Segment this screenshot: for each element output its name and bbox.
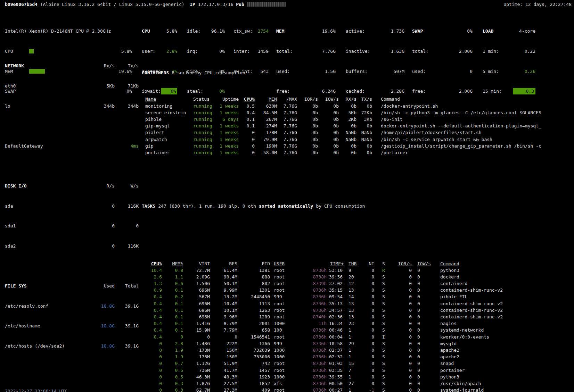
containers-header-cpu: CPU% bbox=[239, 96, 255, 102]
cell-s: R bbox=[374, 267, 395, 274]
cell-command: python3 bbox=[433, 267, 574, 274]
cell-mem: 2.8 bbox=[162, 340, 183, 347]
cell-command: containerd-shim-runc-v2 bbox=[433, 300, 574, 307]
cell-res: 40.3M bbox=[210, 374, 237, 380]
cell-pid: 1289 bbox=[237, 314, 270, 320]
cell-thr: 9 bbox=[346, 267, 363, 274]
cell-cpu: 0 bbox=[142, 353, 162, 360]
filesys-row: /etc/hostname 18.8G 39.1G bbox=[5, 323, 139, 329]
cell-s: S bbox=[374, 340, 395, 347]
cell-name: arpwatch bbox=[142, 136, 193, 143]
mem-title: MEM bbox=[276, 28, 284, 34]
cell-pid: 658 bbox=[237, 327, 270, 333]
containers-header-status: Status bbox=[193, 96, 215, 102]
cell-mem: 0.8 bbox=[162, 267, 183, 274]
cell-user: root bbox=[270, 360, 306, 367]
ip-label: IP bbox=[190, 2, 195, 7]
cell-ior: 0 bbox=[395, 293, 412, 300]
cpu-ctxsw-value: 2754 bbox=[258, 28, 269, 34]
cell-s: S bbox=[374, 327, 395, 333]
cell-cpu: 0 bbox=[142, 360, 162, 367]
cell-cpu: 0.4 bbox=[142, 327, 162, 333]
cell-s: S bbox=[374, 320, 395, 327]
header-bar: b89e0867b5d4 (Alpine Linux 3.16.2 64bit … bbox=[5, 1, 572, 8]
cell-virt: 1.41G bbox=[183, 320, 210, 327]
sidebar: NETWORK Rx/s Tx/s eth0 5Kb 71Kb lo 344b … bbox=[5, 49, 139, 356]
cell-time_m: 00:46 bbox=[327, 327, 346, 333]
cell-user: root bbox=[270, 387, 306, 392]
cell-command: /s6-init bbox=[372, 116, 574, 123]
cell-rx: 0b bbox=[339, 143, 356, 149]
cell-command: apache2 bbox=[433, 353, 574, 360]
cell-iow: 0 bbox=[412, 314, 433, 320]
mem-active-label: active: bbox=[346, 28, 365, 34]
process-table: CPU% MEM% VIRT RES PID USER TIME+ THR NI… bbox=[142, 260, 574, 392]
cell-ni: -1 bbox=[363, 387, 374, 392]
cell-s: S bbox=[374, 300, 395, 307]
cell-virt: 0 bbox=[183, 334, 210, 340]
cell-user: root bbox=[270, 280, 306, 287]
cell-time_h: 8740h bbox=[306, 314, 327, 320]
cell-ni: 0 bbox=[363, 334, 374, 340]
hostname: b89e0867b5d4 bbox=[5, 2, 38, 7]
cell-ior: 0b bbox=[297, 116, 318, 123]
cell-name: monitoring bbox=[142, 103, 193, 109]
cell-command: /bin/sh -c python3 -m glances -C /etc/gl… bbox=[372, 109, 574, 116]
cell-command: dockerd bbox=[433, 274, 574, 280]
cpu-title: CPU bbox=[142, 28, 150, 34]
cell-user: root bbox=[270, 334, 306, 340]
cell-ior: 0 bbox=[395, 300, 412, 307]
cell-command: mysqld bbox=[433, 340, 574, 347]
cell-ni: 0 bbox=[363, 274, 374, 280]
process-header-virt: VIRT bbox=[183, 260, 210, 267]
cell-iow: 0 bbox=[412, 380, 433, 387]
cell-command: containerd-shim-runc-v2 bbox=[433, 287, 574, 293]
cell-res: 222M bbox=[210, 340, 237, 347]
cell-res: 10.4M bbox=[210, 300, 237, 307]
cell-command: portainer bbox=[433, 367, 574, 374]
cell-mem: 79.9M bbox=[255, 136, 277, 143]
cell-user: 1000 bbox=[270, 353, 306, 360]
containers-title: CONTAINERS bbox=[142, 69, 169, 76]
cell-s: S bbox=[374, 287, 395, 293]
tasks-sort-mode: sorted automatically bbox=[259, 203, 313, 209]
cell-mem: 0.7 bbox=[162, 360, 183, 367]
cell-rx: 0b bbox=[339, 123, 356, 129]
cell-mem: 0 bbox=[162, 334, 183, 340]
cell-cpu: 0.5 bbox=[239, 103, 255, 109]
cell-cpu: 0.4 bbox=[142, 300, 162, 307]
cell-res: 8.79M bbox=[210, 320, 237, 327]
cell-mem: 267M bbox=[255, 116, 277, 123]
cell-res: 150M bbox=[210, 353, 237, 360]
filesys-header: FILE SYS Used Total bbox=[5, 283, 139, 289]
cell-command: containerd-shim-runc-v2 bbox=[433, 314, 574, 320]
cell-thr: 29 bbox=[346, 340, 363, 347]
containers-header-tx: TX/s bbox=[356, 96, 372, 102]
cell-res: 7.79M bbox=[210, 327, 237, 333]
cell-time_h: 8736h bbox=[306, 360, 327, 367]
cell-pid: 1381 bbox=[237, 267, 270, 274]
cell-ior: 0 bbox=[395, 307, 412, 314]
cell-tx: 0b bbox=[356, 149, 372, 156]
mem-pct: 19.6% bbox=[322, 28, 336, 34]
cell-thr: 1 bbox=[346, 353, 363, 360]
cell-name: pihole bbox=[142, 116, 193, 123]
cell-iow: 0b bbox=[318, 149, 339, 156]
cell-pid: 1263 bbox=[237, 307, 270, 314]
cell-ior: 0 bbox=[395, 353, 412, 360]
filesys-row: /etc/resolv.conf 18.8G 39.1G bbox=[5, 303, 139, 309]
cell-ior: 0 bbox=[395, 387, 412, 392]
cell-cpu: 0 bbox=[142, 380, 162, 387]
cell-virt: 696M bbox=[183, 314, 210, 320]
cell-s: S bbox=[374, 380, 395, 387]
cell-mem: 0.1 bbox=[162, 307, 183, 314]
mem-active-value: 1.73G bbox=[391, 28, 404, 34]
cell-virt: 1.87G bbox=[183, 380, 210, 387]
cell-iow: 0 bbox=[412, 353, 433, 360]
cell-ni: 0 bbox=[363, 380, 374, 387]
containers-header-name: Name bbox=[142, 96, 193, 102]
cell-iow: 0 bbox=[412, 367, 433, 374]
cell-thr: 13 bbox=[346, 287, 363, 293]
cell-iow: 0b bbox=[318, 143, 339, 149]
cell-virt: 72.7M bbox=[183, 267, 210, 274]
